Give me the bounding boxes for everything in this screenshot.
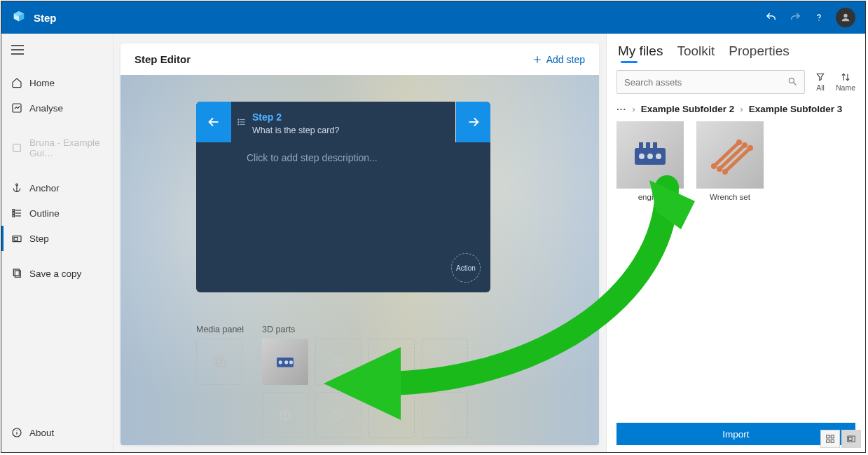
media-slot[interactable] (196, 339, 242, 385)
wrench-set-icon (705, 135, 755, 175)
analyse-icon (11, 102, 22, 114)
part-slot-5[interactable] (262, 392, 308, 438)
breadcrumb-overflow[interactable]: ··· (616, 104, 626, 114)
sidebar-toggle-button[interactable] (1, 39, 113, 63)
view-grid-button[interactable] (820, 430, 840, 448)
search-input-field[interactable] (624, 77, 782, 88)
plus-icon (532, 55, 542, 64)
svg-point-55 (711, 163, 717, 169)
app-logo-icon (11, 10, 27, 25)
sidebar-item-analyse[interactable]: Analyse (1, 95, 113, 121)
svg-rect-62 (827, 440, 829, 442)
sidebar-item-guide[interactable]: Bruna - Example Gui… (1, 130, 113, 165)
file-name: Wrench set (710, 193, 750, 201)
sidebar-item-save-copy[interactable]: Save a copy (1, 261, 113, 286)
import-button[interactable]: Import (616, 423, 855, 445)
part-slot-8[interactable] (422, 392, 468, 438)
step-description-placeholder[interactable]: Click to add step description... (247, 152, 378, 163)
add-step-button[interactable]: Add step (532, 54, 585, 65)
undo-button[interactable] (762, 8, 781, 27)
parts-panel-label: 3D parts (262, 325, 468, 334)
media-panel-label: Media panel (196, 325, 244, 334)
action-label: Action (456, 264, 476, 272)
title-bar: Step (1, 1, 865, 34)
view-card-button[interactable] (841, 430, 861, 448)
part-slot-7[interactable] (368, 392, 415, 438)
svg-rect-33 (216, 360, 225, 366)
svg-rect-16 (14, 238, 18, 240)
next-step-button[interactable] (455, 102, 490, 142)
part-slot-4[interactable] (422, 339, 468, 385)
breadcrumb-item-1[interactable]: Example Subfolder 2 (641, 104, 735, 114)
help-button[interactable] (809, 8, 829, 27)
svg-point-31 (238, 124, 239, 125)
user-avatar[interactable] (836, 8, 855, 27)
sidebar-item-outline[interactable]: Outline (1, 201, 113, 226)
sort-button[interactable]: Name (836, 72, 855, 92)
svg-point-56 (717, 166, 722, 172)
svg-rect-65 (849, 437, 853, 441)
sidebar-item-anchor[interactable]: Anchor (1, 175, 113, 201)
sidebar-item-label: Bruna - Example Gui… (29, 137, 103, 158)
svg-rect-34 (277, 358, 294, 367)
sidebar-item-about[interactable]: About (1, 420, 113, 445)
file-thumb (616, 121, 684, 189)
sidebar-item-label: Save a copy (29, 269, 81, 279)
media-panel: Media panel (196, 325, 244, 385)
svg-point-35 (279, 360, 282, 364)
file-name: engine (638, 193, 663, 201)
step-title[interactable]: Step 2 (252, 111, 282, 123)
tab-toolkit[interactable]: Toolkit (677, 43, 715, 62)
svg-point-0 (818, 20, 819, 20)
redo-button[interactable] (785, 8, 805, 27)
breadcrumb-item-2[interactable]: Example Subfolder 3 (749, 104, 843, 114)
main-column: Step Editor Add step (113, 34, 606, 452)
prev-step-button[interactable] (196, 102, 231, 142)
sidebar-item-label: Analyse (29, 103, 63, 114)
part-slot-2[interactable] (315, 339, 361, 385)
filter-label: All (816, 83, 825, 92)
engine-icon (629, 138, 671, 172)
sidebar-item-step[interactable]: Step (1, 226, 113, 251)
file-tile-wrench[interactable]: Wrench set (696, 121, 764, 201)
grid-icon (825, 434, 835, 444)
svg-rect-11 (13, 215, 15, 217)
svg-point-52 (736, 140, 742, 145)
step-subtitle[interactable]: What is the step card? (252, 125, 339, 135)
svg-point-29 (238, 119, 239, 120)
save-copy-icon (11, 268, 22, 279)
cube-placeholder-icon (385, 408, 399, 422)
sidebar-item-label: Step (29, 233, 49, 244)
svg-rect-32 (214, 358, 222, 364)
sidebar-item-label: About (29, 428, 54, 438)
svg-point-36 (284, 360, 288, 364)
view-mode-toggle (820, 430, 861, 448)
cube-placeholder-icon (278, 408, 292, 422)
sidebar-item-label: Outline (29, 208, 60, 219)
part-slot-1[interactable] (262, 339, 308, 385)
arrow-left-icon (206, 114, 221, 130)
svg-point-7 (16, 184, 18, 186)
filter-icon (815, 72, 826, 82)
sidebar: Home Analyse Bruna - Example Gui… Anchor… (1, 34, 113, 452)
breadcrumb: ··· › Example Subfolder 2 › Example Subf… (616, 104, 855, 114)
filter-button[interactable]: All (815, 72, 826, 92)
tab-my-files[interactable]: My files (618, 43, 663, 62)
svg-rect-18 (15, 271, 20, 277)
svg-rect-43 (639, 142, 643, 149)
step-action-button[interactable]: Action (451, 253, 481, 283)
svg-point-54 (748, 145, 753, 151)
step-icon (11, 233, 22, 244)
part-slot-6[interactable] (315, 392, 361, 438)
file-tile-engine[interactable]: engine (616, 121, 684, 201)
svg-rect-6 (13, 144, 21, 152)
sidebar-item-home[interactable]: Home (1, 70, 113, 95)
search-assets-input[interactable] (616, 70, 805, 94)
svg-point-57 (722, 169, 728, 175)
part-slot-3[interactable] (368, 339, 415, 385)
guide-icon (11, 142, 22, 154)
cube-placeholder-icon (331, 408, 345, 422)
tab-properties[interactable]: Properties (729, 43, 790, 62)
parts-panel: 3D parts (262, 325, 468, 438)
svg-point-38 (789, 78, 794, 83)
